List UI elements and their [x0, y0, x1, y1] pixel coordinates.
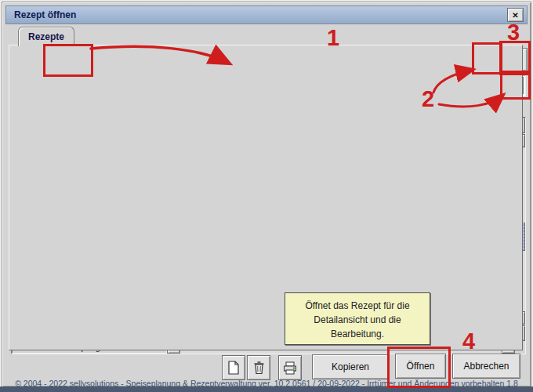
annotation-step-4: 4 [462, 330, 475, 353]
copy-button[interactable]: Kopieren [312, 354, 389, 379]
tab-page-panel [9, 45, 523, 350]
new-recipe-button[interactable] [222, 355, 245, 380]
annotation-step-2: 2 [422, 88, 434, 111]
print-button[interactable] [278, 355, 302, 380]
trash-icon [253, 361, 265, 375]
annotation-step-1: 1 [327, 27, 339, 49]
annotation-box-search [43, 44, 93, 77]
delete-recipe-button[interactable] [247, 355, 270, 380]
dialog-title: Rezept öffnen [9, 9, 76, 20]
annotation-box-category-arrow [500, 71, 531, 100]
printer-icon [283, 361, 297, 375]
bottom-band [0, 387, 533, 392]
annotation-step-3: 3 [507, 21, 520, 44]
cancel-button[interactable]: Abbrechen [452, 354, 520, 379]
title-bar: Rezept öffnen ✕ [5, 5, 528, 24]
screen: Rezept öffnen ✕ Rezepte Suche: pu Gruppe… [0, 0, 533, 392]
new-document-icon [227, 361, 240, 375]
open-button-tooltip: Öffnet das Rezept für die Detailansicht … [285, 292, 430, 345]
annotation-box-open-button [387, 347, 451, 388]
annotation-box-group-arrow [472, 42, 502, 74]
